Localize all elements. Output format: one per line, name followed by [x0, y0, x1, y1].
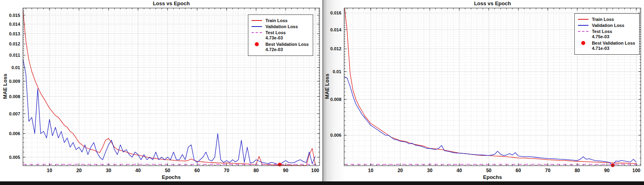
x-tick-label: 90 — [283, 168, 289, 173]
legend-label: Best Validation Loss — [592, 41, 635, 45]
legend-item-train-loss[interactable]: Train Loss — [252, 17, 309, 23]
x-tick-label: 10 — [368, 168, 374, 173]
y-tick-label: 0.008 — [330, 97, 341, 102]
x-tick-label: 20 — [76, 168, 82, 173]
y-tick-label: 0.015 — [9, 13, 20, 18]
legend-item-test-loss[interactable]: Test Loss — [578, 28, 635, 34]
x-tick-label: 20 — [398, 168, 403, 173]
y-tick-label: 0.012 — [330, 46, 341, 51]
x-tick-label: 70 — [545, 168, 551, 173]
x-tick-label: 50 — [165, 168, 171, 173]
legend-line-icon — [578, 25, 588, 26]
legend-item-best-validation-loss[interactable]: Best Validation Loss — [578, 40, 635, 46]
y-tick-label: 0.005 — [9, 155, 20, 160]
x-tick-label: 60 — [516, 168, 521, 173]
dashed-line-icon — [252, 32, 262, 33]
legend-item-validation-loss[interactable]: Validation Loss — [252, 23, 309, 29]
legend-line-icon — [578, 19, 588, 20]
x-axis-label: Epochs — [344, 174, 641, 180]
legend-label: Train Loss — [592, 17, 614, 22]
x-tick-label: 100 — [311, 168, 319, 173]
y-tick-label: 0.014 — [9, 22, 20, 27]
y-tick-label: 0.006 — [9, 131, 20, 136]
y-axis-label: MAE Loss — [2, 46, 8, 127]
x-tick-label: 40 — [456, 168, 462, 173]
legend-dot-icon — [578, 41, 588, 45]
y-tick-label: 0.01 — [333, 69, 341, 74]
x-tick-label: 80 — [254, 168, 259, 173]
y-tick-label: 0.008 — [9, 94, 20, 99]
x-tick-label: 70 — [224, 168, 229, 173]
y-tick-label: 0.016 — [330, 10, 341, 15]
legend-item-test-loss[interactable]: Test Loss — [252, 29, 309, 35]
line-icon — [578, 19, 588, 20]
legend-value: 4.71e-03 — [592, 46, 635, 51]
x-tick-label: 30 — [106, 168, 111, 173]
legend-value: 4.72e-03 — [265, 47, 309, 53]
legend: Train LossValidation LossTest Loss4.73e-… — [248, 14, 313, 56]
legend-item-validation-loss[interactable]: Validation Loss — [578, 22, 635, 28]
figure-window-right: 0.0060.0080.010.0120.0140.01610203040506… — [323, 0, 644, 181]
x-tick-label: 100 — [632, 168, 640, 173]
chart-title: Loss vs Epoch — [344, 0, 641, 6]
legend-label: Validation Loss — [592, 23, 624, 28]
y-tick-label: 0.007 — [9, 111, 20, 116]
legend-item-best-validation-loss[interactable]: Best Validation Loss — [252, 41, 309, 47]
desktop: 0.0050.0060.0070.0080.0090.010.0110.0120… — [0, 0, 644, 185]
x-axis-label: Epochs — [23, 174, 320, 180]
line-icon — [252, 20, 262, 21]
legend-label: Best Validation Loss — [265, 42, 309, 47]
y-tick-label: 0.01 — [12, 65, 20, 70]
legend-dot-icon — [252, 42, 262, 46]
legend-label: Test Loss — [592, 29, 612, 34]
legend-value: 4.75e-03 — [592, 34, 635, 40]
y-tick-label: 0.011 — [9, 53, 20, 58]
legend-item-train-loss[interactable]: Train Loss — [578, 16, 635, 22]
dashed-line-icon — [578, 31, 588, 32]
x-tick-label: 10 — [47, 168, 52, 173]
best-point-icon — [255, 42, 259, 46]
legend-line-icon — [252, 26, 262, 27]
y-tick-label: 0.009 — [9, 79, 20, 84]
chart-title: Loss vs Epoch — [23, 0, 320, 6]
y-tick-label: 0.006 — [330, 133, 341, 138]
legend-line-icon — [252, 20, 262, 21]
x-tick-label: 30 — [427, 168, 433, 173]
x-tick-label: 80 — [575, 168, 580, 173]
taskbar — [0, 181, 644, 185]
line-icon — [578, 25, 588, 26]
legend-label: Train Loss — [265, 18, 287, 23]
x-tick-label: 40 — [135, 168, 141, 173]
legend-label: Validation Loss — [265, 24, 298, 29]
legend: Train LossValidation LossTest Loss4.75e-… — [574, 13, 640, 55]
legend-line-icon — [252, 32, 262, 33]
y-axis-label: MAE Loss — [324, 46, 330, 127]
x-tick-label: 50 — [486, 168, 492, 173]
legend-line-icon — [578, 31, 588, 32]
y-tick-label: 0.013 — [9, 31, 20, 36]
x-tick-label: 90 — [604, 168, 610, 173]
best-point-icon — [581, 41, 585, 45]
y-tick-label: 0.014 — [330, 27, 341, 32]
line-icon — [252, 26, 262, 27]
x-tick-label: 60 — [194, 168, 200, 173]
y-tick-label: 0.012 — [9, 41, 20, 46]
figure-window-left: 0.0050.0060.0070.0080.0090.010.0110.0120… — [0, 0, 322, 181]
legend-value: 4.73e-03 — [265, 35, 309, 41]
legend-label: Test Loss — [265, 30, 286, 35]
